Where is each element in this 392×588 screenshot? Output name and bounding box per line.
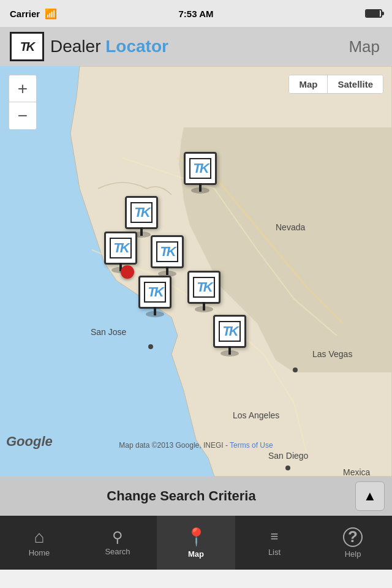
selected-dot (121, 265, 134, 279)
home-icon: ⌂ (34, 529, 45, 546)
tab-map[interactable]: 📍 Map (157, 516, 235, 570)
tab-home-label: Home (29, 548, 50, 557)
map-data-label: Map data ©2013 Google, INEGI - (119, 441, 230, 450)
tab-home[interactable]: ⌂ Home (0, 516, 78, 570)
dealer-marker-7[interactable]: TK (213, 315, 246, 356)
tab-bar: ⌂ Home ⚲ Search 📍 Map ≡ List ? Help (0, 516, 392, 570)
logo-letters: TK (20, 40, 34, 54)
app-header: TK Dealer Locator Map (0, 27, 392, 66)
status-time: 7:53 AM (179, 9, 214, 19)
dealer-icon-5[interactable]: TK (138, 276, 172, 309)
dealer-marker-6[interactable]: TK (187, 271, 221, 312)
dealer-icon-4[interactable]: TK (151, 235, 184, 268)
dealer-marker-5[interactable]: TK (138, 276, 172, 317)
dealer-icon-1[interactable]: TK (184, 152, 217, 185)
map-zoom-controls[interactable]: + − (9, 75, 37, 130)
dealer-icon-6[interactable]: TK (187, 271, 221, 304)
lasvegas-dot (293, 368, 298, 372)
terms-of-use-link[interactable]: Terms of Use (230, 441, 273, 450)
tab-help[interactable]: ? Help (314, 516, 392, 570)
list-icon: ≡ (271, 529, 279, 545)
selected-location-marker[interactable] (121, 265, 134, 279)
search-criteria-label: Change Search Criteria (7, 488, 355, 504)
tab-help-label: Help (345, 549, 361, 559)
dealer-icon-2[interactable]: TK (125, 196, 158, 229)
battery-icon (365, 9, 382, 18)
dealer-marker-1[interactable]: TK (184, 152, 217, 194)
dealer-icon-7[interactable]: TK (213, 315, 246, 348)
header-map-label: Map (349, 37, 380, 56)
carrier-label: Carrier (10, 9, 40, 19)
logo-box: TK (10, 32, 44, 61)
sandiego-dot (285, 466, 290, 470)
status-left: Carrier 📶 (10, 8, 57, 20)
dealer-marker-4[interactable]: TK (151, 235, 184, 277)
map-type-map-btn[interactable]: Map (289, 75, 328, 93)
search-icon: ⚲ (112, 530, 123, 545)
tab-map-label: Map (188, 549, 204, 559)
map-container[interactable]: Map Satellite + − Nevada San Jose Las Ve… (0, 66, 392, 477)
map-data-text: Map data ©2013 Google, INEGI - Terms of … (0, 441, 392, 450)
status-right (365, 9, 382, 18)
map-pin-icon: 📍 (186, 527, 207, 547)
tab-search-label: Search (105, 547, 130, 556)
sanjose-dot (148, 344, 153, 349)
map-type-satellite-btn[interactable]: Satellite (328, 75, 383, 93)
zoom-out-button[interactable]: − (9, 102, 36, 129)
search-criteria-bar[interactable]: Change Search Criteria ▲ (0, 477, 392, 516)
status-bar: Carrier 📶 7:53 AM (0, 0, 392, 27)
map-type-toggle[interactable]: Map Satellite (288, 75, 383, 94)
tab-list[interactable]: ≡ List (235, 516, 314, 570)
app-title: Dealer Locator (50, 37, 168, 56)
zoom-in-button[interactable]: + (9, 75, 36, 102)
help-icon: ? (343, 527, 363, 547)
up-arrow-button[interactable]: ▲ (355, 481, 385, 511)
tab-list-label: List (268, 548, 281, 557)
dealer-icon-3[interactable]: TK (104, 232, 137, 265)
wifi-icon: 📶 (45, 8, 57, 20)
tab-search[interactable]: ⚲ Search (78, 516, 157, 570)
